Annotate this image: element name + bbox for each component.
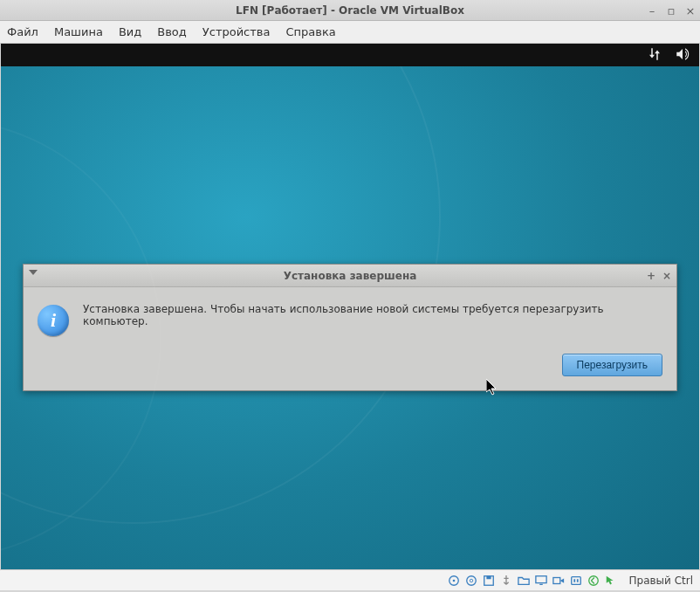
maximize-button[interactable]: ▫ — [665, 4, 677, 17]
dialog-close-button[interactable]: × — [662, 270, 671, 282]
dialog-controls: + × — [647, 265, 671, 287]
network-icon[interactable] — [647, 46, 662, 65]
host-key-label: Правый Ctrl — [628, 575, 693, 587]
svg-rect-7 — [553, 577, 560, 583]
vbox-menubar: Файл Машина Вид Ввод Устройства Справка — [0, 21, 700, 44]
restart-button[interactable]: Перезагрузить — [562, 354, 662, 376]
minimize-button[interactable]: – — [646, 4, 658, 17]
dialog-maximize-button[interactable]: + — [647, 270, 655, 282]
dialog-title: Установка завершена — [284, 270, 417, 282]
svg-point-11 — [589, 575, 599, 585]
svg-rect-10 — [577, 579, 579, 582]
close-button[interactable]: × — [684, 4, 697, 17]
menu-view[interactable]: Вид — [119, 25, 141, 38]
dialog-message: Установка завершена. Чтобы начать исполь… — [83, 303, 659, 327]
guest-display: Установка завершена + × i Установка заве… — [1, 44, 699, 569]
menu-input[interactable]: Ввод — [157, 25, 187, 38]
install-complete-dialog: Установка завершена + × i Установка заве… — [23, 264, 677, 391]
svg-point-2 — [467, 575, 477, 585]
dialog-titlebar[interactable]: Установка завершена + × — [24, 265, 676, 287]
recording-icon[interactable] — [552, 574, 566, 588]
window-controls: – ▫ × — [646, 0, 697, 21]
svg-point-3 — [470, 579, 474, 582]
svg-point-1 — [453, 579, 456, 582]
usb-icon[interactable] — [499, 574, 513, 588]
mouse-integration-icon[interactable] — [604, 574, 618, 588]
floppy-icon[interactable] — [482, 574, 496, 588]
guest-desktop[interactable]: Установка завершена + × i Установка заве… — [1, 66, 699, 569]
display-icon[interactable] — [534, 574, 548, 588]
dialog-body: i Установка завершена. Чтобы начать испо… — [24, 287, 676, 350]
dialog-actions: Перезагрузить — [24, 350, 676, 390]
shared-folders-icon[interactable] — [517, 574, 531, 588]
guest-additions-icon[interactable] — [587, 574, 600, 588]
volume-icon[interactable] — [675, 46, 690, 65]
menu-devices[interactable]: Устройства — [202, 25, 271, 38]
vbox-titlebar: LFN [Работает] - Oracle VM VirtualBox – … — [0, 0, 700, 21]
menu-machine[interactable]: Машина — [54, 25, 103, 38]
menu-file[interactable]: Файл — [7, 25, 38, 38]
svg-rect-5 — [487, 575, 491, 579]
menu-help[interactable]: Справка — [285, 25, 335, 38]
info-icon: i — [38, 305, 69, 336]
optical-icon[interactable] — [464, 574, 478, 588]
svg-rect-9 — [574, 579, 576, 582]
vbox-statusbar: Правый Ctrl — [0, 569, 700, 590]
dialog-menu-icon[interactable] — [29, 270, 38, 275]
hdd-icon[interactable] — [447, 574, 461, 588]
svg-rect-8 — [572, 576, 581, 584]
audio-icon[interactable] — [569, 574, 583, 588]
guest-top-panel — [1, 44, 699, 66]
window-title: LFN [Работает] - Oracle VM VirtualBox — [236, 4, 464, 17]
svg-rect-6 — [536, 575, 546, 582]
